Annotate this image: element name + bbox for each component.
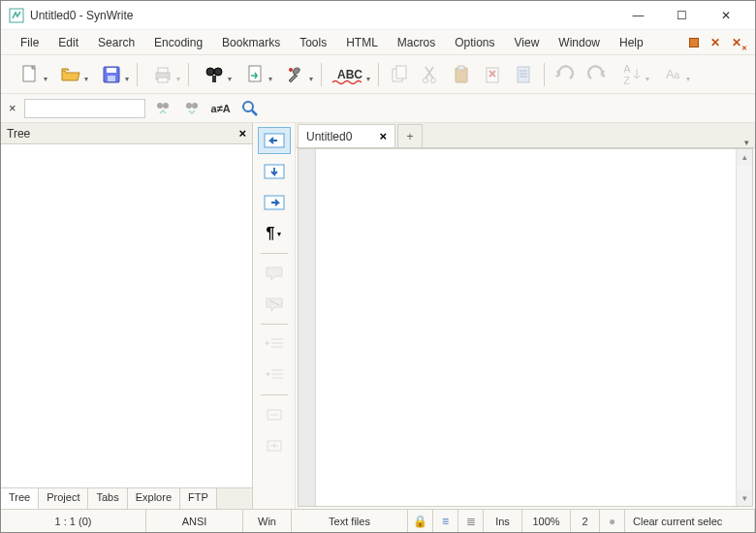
- svg-point-26: [186, 103, 192, 109]
- vbtn-pilcrow[interactable]: ¶▾: [255, 220, 294, 247]
- editor-area: Untitled0 × + ▾ ▴ ▾: [296, 123, 755, 509]
- menu-icon-x2[interactable]: ✕✕: [728, 34, 745, 51]
- menu-file[interactable]: File: [11, 32, 48, 53]
- search-input[interactable]: [24, 99, 145, 118]
- menu-edit[interactable]: Edit: [48, 32, 88, 53]
- maximize-button[interactable]: ☐: [660, 1, 704, 30]
- editor-text-area[interactable]: [316, 149, 736, 506]
- side-panel-tabs: Tree Project Tabs Explore FTP: [1, 487, 252, 509]
- side-tab-explore[interactable]: Explore: [128, 488, 180, 509]
- vbtn-indent[interactable]: [258, 361, 291, 389]
- print-button[interactable]: ▾: [143, 60, 182, 89]
- status-lexer[interactable]: Text files: [292, 510, 408, 532]
- tree-body[interactable]: [1, 144, 252, 487]
- svg-rect-18: [458, 66, 464, 70]
- search-next-button[interactable]: [180, 97, 204, 120]
- vbtn-back[interactable]: [258, 127, 291, 154]
- editor-tab[interactable]: Untitled0 ×: [298, 124, 395, 147]
- select-all-button[interactable]: [509, 60, 538, 89]
- editor-tabs: Untitled0 × + ▾: [296, 123, 755, 148]
- vertical-scrollbar[interactable]: ▴ ▾: [736, 149, 752, 506]
- minimize-button[interactable]: —: [616, 1, 660, 30]
- svg-rect-10: [212, 76, 216, 82]
- spellcheck-button[interactable]: ABC ▾: [328, 60, 372, 89]
- menu-help[interactable]: Help: [610, 32, 653, 53]
- tabs-dropdown-icon[interactable]: ▾: [738, 138, 755, 147]
- save-button[interactable]: ▾: [92, 60, 131, 89]
- match-case-button[interactable]: a≠A: [209, 97, 233, 120]
- vbtn-expand[interactable]: [258, 432, 291, 459]
- svg-point-15: [424, 78, 428, 82]
- delete-button[interactable]: [478, 60, 507, 89]
- menu-html[interactable]: HTML: [336, 32, 388, 53]
- vbtn-forward[interactable]: [258, 189, 291, 216]
- status-misc[interactable]: 2: [571, 510, 600, 532]
- status-dot-icon[interactable]: ●: [600, 510, 625, 532]
- editor-tab-close-icon[interactable]: ×: [379, 129, 387, 143]
- status-position[interactable]: 1 : 1 (0): [1, 510, 146, 532]
- status-line-endings[interactable]: Win: [243, 510, 292, 532]
- svg-rect-3: [107, 68, 116, 73]
- side-tab-ftp[interactable]: FTP: [180, 488, 217, 509]
- sort-button[interactable]: AZ ▾: [613, 60, 651, 89]
- vbtn-down[interactable]: [258, 158, 291, 185]
- svg-point-12: [289, 68, 293, 72]
- side-tab-tree[interactable]: Tree: [1, 488, 39, 509]
- side-tab-project[interactable]: Project: [39, 488, 88, 509]
- undo-button[interactable]: [551, 60, 580, 89]
- scroll-down-icon[interactable]: ▾: [737, 490, 752, 506]
- vbtn-unindent[interactable]: [258, 330, 291, 358]
- vertical-toolbar: ¶▾: [253, 123, 296, 509]
- vbtn-uncomment[interactable]: [258, 291, 291, 318]
- paste-button[interactable]: [447, 60, 476, 89]
- svg-rect-6: [158, 68, 168, 73]
- search-prev-button[interactable]: [151, 97, 174, 120]
- menu-search[interactable]: Search: [88, 32, 144, 53]
- open-button[interactable]: ▾: [51, 60, 90, 89]
- menu-tools[interactable]: Tools: [290, 32, 336, 53]
- tools-button[interactable]: ▾: [276, 60, 315, 89]
- side-tab-tabs[interactable]: Tabs: [88, 488, 127, 509]
- status-bar: 1 : 1 (0) ANSI Win Text files 🔒 ≡ ≣ Ins …: [1, 509, 755, 532]
- menu-bookmarks[interactable]: Bookmarks: [212, 32, 290, 53]
- side-panel-close-icon[interactable]: ×: [238, 126, 246, 141]
- editor-tab-new[interactable]: +: [397, 124, 423, 147]
- search-close-icon[interactable]: ×: [7, 101, 18, 115]
- status-wrap1-icon[interactable]: ≡: [433, 510, 458, 532]
- svg-rect-20: [518, 67, 529, 82]
- status-insert-mode[interactable]: Ins: [484, 510, 522, 532]
- vbtn-comment[interactable]: [258, 260, 291, 287]
- menu-encoding[interactable]: Encoding: [144, 32, 212, 53]
- vbtn-collapse[interactable]: [258, 401, 291, 428]
- status-encoding[interactable]: ANSI: [146, 510, 243, 532]
- svg-rect-19: [487, 68, 498, 82]
- editor-gutter[interactable]: [299, 149, 316, 506]
- find-button[interactable]: ▾: [195, 60, 234, 89]
- goto-button[interactable]: ▾: [236, 60, 274, 89]
- status-zoom[interactable]: 100%: [522, 510, 571, 532]
- svg-point-25: [163, 103, 169, 109]
- redo-button[interactable]: [582, 60, 611, 89]
- menu-macros[interactable]: Macros: [388, 32, 445, 53]
- cut-button[interactable]: [416, 60, 445, 89]
- copy-button[interactable]: [385, 60, 414, 89]
- svg-rect-4: [108, 76, 115, 81]
- svg-point-27: [192, 103, 198, 109]
- menu-options[interactable]: Options: [445, 32, 504, 53]
- close-button[interactable]: ✕: [704, 1, 747, 30]
- menu-icon-close[interactable]: ✕: [707, 34, 724, 51]
- status-wrap2-icon[interactable]: ≣: [458, 510, 484, 532]
- editor: ▴ ▾: [298, 148, 753, 507]
- menu-window[interactable]: Window: [549, 32, 610, 53]
- case-button[interactable]: Aa▾: [653, 60, 692, 89]
- menu-icon-box[interactable]: [685, 34, 703, 51]
- svg-point-9: [214, 68, 222, 76]
- scroll-track[interactable]: [737, 165, 752, 490]
- menu-view[interactable]: View: [505, 32, 550, 53]
- title-bar: Untitled0 - SynWrite — ☐ ✕: [1, 1, 755, 30]
- new-file-button[interactable]: ▾: [11, 60, 49, 89]
- window-title: Untitled0 - SynWrite: [30, 9, 616, 22]
- search-find-button[interactable]: [238, 97, 262, 120]
- status-lock-icon[interactable]: 🔒: [408, 510, 433, 532]
- scroll-up-icon[interactable]: ▴: [737, 149, 752, 165]
